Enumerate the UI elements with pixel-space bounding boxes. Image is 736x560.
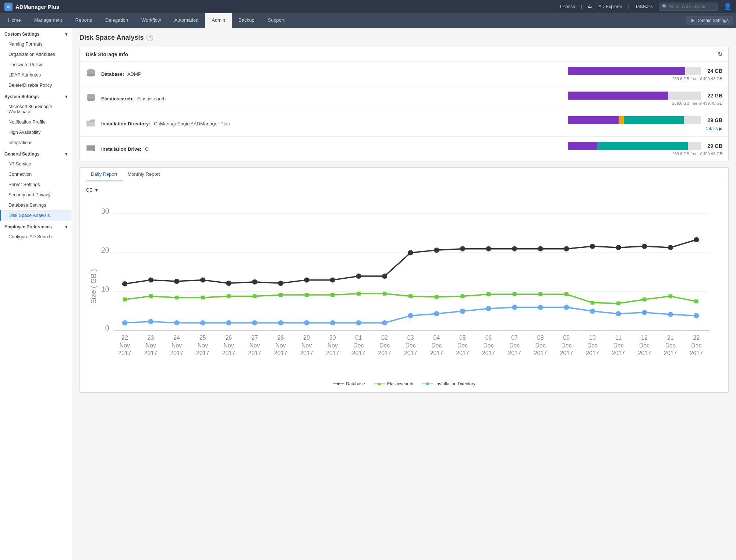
navbar: Home Management Reports Delegation Workf…: [0, 13, 736, 28]
svg-text:2017: 2017: [144, 350, 157, 356]
svg-text:2017: 2017: [508, 350, 521, 356]
svg-point-73: [538, 305, 543, 310]
svg-point-24: [408, 250, 413, 255]
refresh-icon[interactable]: ↻: [718, 51, 722, 58]
svg-point-26: [460, 246, 465, 252]
nav-backup[interactable]: Backup: [232, 13, 261, 28]
section-label-general: General Settings: [4, 151, 39, 157]
details-link[interactable]: Details ▶: [704, 126, 722, 131]
sidebar-item-naming-formats[interactable]: Naming Formats: [0, 39, 72, 49]
sidebar-section-system-settings[interactable]: System Settings ▾: [0, 90, 72, 101]
nav-support[interactable]: Support: [261, 13, 291, 28]
domain-settings-button[interactable]: ⚙ Domain Settings: [686, 16, 733, 25]
svg-text:2017: 2017: [534, 350, 547, 356]
svg-rect-46: [408, 294, 413, 298]
nav-home[interactable]: Home: [1, 13, 28, 28]
sidebar-item-server-settings[interactable]: Server Settings: [0, 179, 72, 190]
tab-daily-report[interactable]: Daily Report: [86, 168, 123, 181]
tab-monthly-report[interactable]: Monthly Report: [123, 168, 165, 181]
svg-text:24: 24: [173, 335, 180, 341]
sidebar-item-high-availability[interactable]: High Availability: [0, 127, 72, 138]
svg-point-71: [486, 306, 491, 311]
nav-workflow[interactable]: Workflow: [135, 13, 167, 28]
ad-explorer-link[interactable]: AD Explorer: [598, 4, 622, 9]
database-icon: [86, 68, 96, 80]
chevron-icon-general: ▾: [65, 151, 67, 157]
chart-body: GB ▼ Size ( GB ) 30 20 10 0: [80, 181, 728, 392]
y-axis-label: Size ( GB ): [89, 269, 98, 304]
elasticsearch-icon: [86, 93, 96, 105]
svg-point-77: [642, 310, 647, 315]
svg-point-35: [694, 237, 699, 242]
sidebar-section-employee-prefs[interactable]: Employee Preferences ▾: [0, 221, 72, 232]
svg-point-19: [278, 281, 283, 286]
sidebar-item-configure-ad-search[interactable]: Configure AD Search: [0, 232, 72, 242]
svg-text:2017: 2017: [612, 350, 625, 356]
svg-text:Nov: Nov: [301, 342, 312, 349]
gb-selector[interactable]: GB ▼: [86, 187, 722, 193]
svg-text:Nov: Nov: [120, 342, 130, 349]
svg-point-68: [408, 313, 413, 318]
svg-text:Dec: Dec: [535, 342, 546, 349]
sidebar-item-database-settings[interactable]: Database Settings: [0, 200, 72, 210]
svg-rect-56: [668, 294, 672, 298]
es-free-text: 269.6 GB free of 499.48 GB: [672, 101, 722, 106]
svg-text:Dec: Dec: [431, 342, 442, 349]
license-link[interactable]: License: [560, 4, 575, 9]
svg-text:20: 20: [101, 246, 109, 254]
svg-text:23: 23: [148, 335, 154, 341]
search-input[interactable]: [669, 4, 717, 9]
svg-point-64: [304, 320, 309, 325]
sidebar-item-integrations[interactable]: Integrations: [0, 138, 72, 148]
user-avatar-icon[interactable]: 👤: [723, 3, 732, 11]
page-title: Disk Space Analysis: [79, 34, 144, 42]
svg-rect-41: [279, 293, 283, 297]
sidebar-item-security-privacy[interactable]: Security and Privacy: [0, 190, 72, 200]
sidebar-item-notification-profile[interactable]: Notification Profile: [0, 117, 72, 127]
sidebar-item-disk-space[interactable]: Disk Space Analysis: [0, 210, 72, 221]
storage-bar-install-dir: 29 GB Details ▶: [568, 116, 722, 131]
help-icon[interactable]: ?: [146, 35, 153, 41]
svg-point-14: [148, 277, 153, 282]
page-title-row: Disk Space Analysis ?: [79, 34, 729, 42]
sidebar-item-nt-service[interactable]: NT Service: [0, 159, 72, 169]
app-logo: ADManager Plus: [15, 4, 59, 10]
svg-text:12: 12: [641, 335, 648, 341]
sidebar-item-connection[interactable]: Connection: [0, 169, 72, 179]
chevron-icon-custom: ▾: [65, 32, 67, 37]
sidebar-item-ldap-attributes[interactable]: LDAP Attributes: [0, 70, 72, 80]
storage-bar-install-drive: 29 GB 269.6 GB free of 499.48 GB: [568, 142, 722, 156]
search-box[interactable]: 🔍: [659, 3, 718, 11]
nav-automation[interactable]: Automation: [167, 13, 205, 28]
nav-delegation[interactable]: Delegation: [99, 13, 135, 28]
domain-settings-container: ⚙ Domain Settings: [686, 16, 733, 25]
sidebar-item-delete-disable-policy[interactable]: Delete/Disable Policy: [0, 80, 72, 90]
es-size-label: 22 GB: [704, 93, 722, 99]
svg-text:10: 10: [101, 285, 109, 293]
svg-text:2017: 2017: [248, 350, 261, 356]
svg-text:01: 01: [355, 335, 362, 341]
nav-management[interactable]: Management: [28, 13, 69, 28]
svg-rect-55: [643, 297, 647, 302]
nav-admin[interactable]: Admin: [205, 13, 232, 28]
svg-point-75: [590, 308, 595, 314]
nav-reports[interactable]: Reports: [69, 13, 99, 28]
storage-label-elasticsearch: Elasticsearch: Elasticsearch: [101, 96, 166, 101]
svg-text:11: 11: [615, 335, 622, 341]
sidebar-item-org-attributes[interactable]: Organization Attributes: [0, 49, 72, 60]
sidebar-section-general-settings[interactable]: General Settings ▾: [0, 148, 72, 159]
svg-point-63: [278, 320, 283, 325]
sidebar-section-custom-settings[interactable]: Custom Settings ▾: [0, 28, 72, 39]
talkback-link[interactable]: TalkBack: [635, 4, 653, 9]
svg-point-78: [668, 312, 673, 317]
svg-text:2017: 2017: [222, 350, 235, 356]
svg-rect-53: [591, 301, 595, 305]
legend-es-label: Elasticsearch: [387, 381, 413, 386]
svg-rect-40: [253, 294, 257, 298]
svg-point-17: [226, 281, 231, 286]
dir-size-label: 29 GB: [704, 117, 722, 123]
sidebar-item-password-policy[interactable]: Password Policy: [0, 60, 72, 70]
sidebar-item-microsoft365[interactable]: Microsoft 365/Google Workspace: [0, 101, 72, 117]
svg-text:2017: 2017: [118, 350, 131, 356]
svg-text:Nov: Nov: [328, 342, 338, 349]
